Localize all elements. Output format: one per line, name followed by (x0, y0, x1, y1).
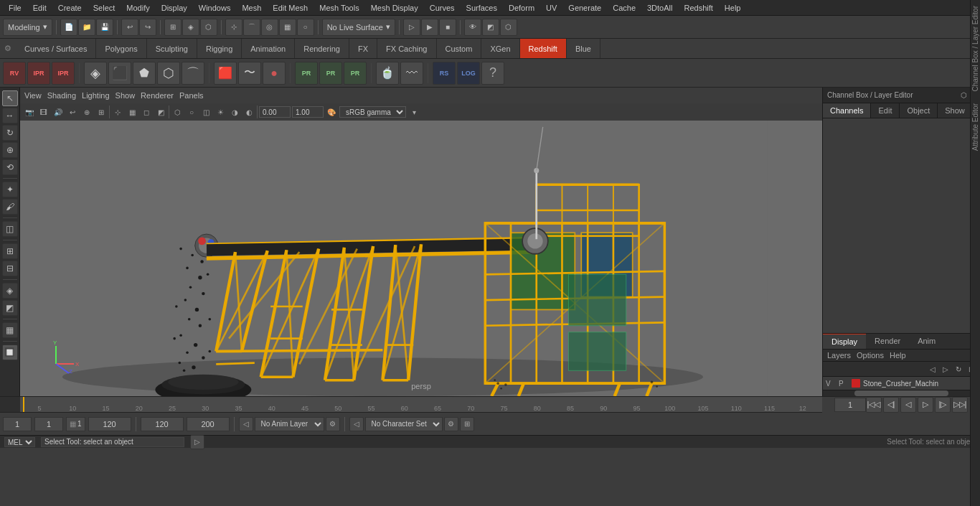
shelf-icon-pr2[interactable]: PR (319, 62, 342, 85)
xray-btn[interactable]: ◈ (2, 283, 18, 299)
shelf-icon-shape5[interactable]: ⌒ (182, 62, 204, 85)
shelf-icon-shape1[interactable]: ◈ (84, 62, 107, 85)
menu-windows[interactable]: Windows (193, 2, 237, 14)
vp-wireframe-btn[interactable]: ⬡ (171, 106, 184, 118)
menu-curves[interactable]: Curves (424, 2, 461, 14)
vp-color-settings-btn[interactable]: 🎨 (325, 106, 338, 118)
shelf-icon-bowl[interactable]: 🍵 (376, 62, 399, 85)
shelf-icon-curve[interactable]: 〜 (238, 62, 261, 85)
channel-box-layer-editor-label[interactable]: Channel Box / Layer Editor (971, 0, 979, 98)
gamma-input[interactable] (259, 106, 291, 118)
anim-layer-dropdown[interactable]: No Anim Layer (255, 417, 324, 431)
vp-colorspace-arrow-btn[interactable]: ▾ (407, 106, 420, 118)
channel-box-float-btn[interactable]: ⬡ (961, 91, 967, 99)
align-btn[interactable]: ⊟ (2, 261, 18, 276)
menu-generate[interactable]: Generate (562, 2, 607, 14)
layers-menu-help[interactable]: Help (890, 351, 906, 360)
snap-grid-btn[interactable]: ⊹ (225, 19, 242, 36)
render-tab[interactable]: Render (866, 334, 909, 349)
shelf-icon-sphere[interactable]: ● (263, 62, 286, 85)
jump-start-btn[interactable]: |◁◁ (866, 397, 882, 413)
step-fwd-btn[interactable]: |▷ (935, 397, 951, 413)
select-by-hierarchy-btn[interactable]: ⊞ (164, 19, 182, 36)
shelf-tab-custom[interactable]: Custom (437, 39, 482, 58)
vp-audio-btn[interactable]: 🔊 (52, 106, 65, 118)
status-input[interactable] (41, 437, 184, 447)
menu-display[interactable]: Display (156, 2, 193, 14)
ipr-btn[interactable]: ▶ (421, 19, 438, 36)
char-set-arrow-left[interactable]: ◁ (349, 417, 364, 431)
edit-tab[interactable]: Edit (871, 103, 900, 118)
display-tab[interactable]: Display (823, 334, 866, 349)
shelf-tab-rendering[interactable]: Rendering (295, 39, 349, 58)
new-scene-btn[interactable]: 📄 (60, 19, 77, 36)
range-end-input[interactable] (187, 417, 230, 431)
make-live-btn[interactable]: ○ (297, 19, 314, 36)
frame-field-2[interactable] (34, 417, 63, 431)
frame-end-input[interactable] (88, 417, 131, 431)
shelf-icon-ipr2[interactable]: IPR (52, 62, 75, 85)
vp-light-btn[interactable]: ☀ (214, 106, 227, 118)
undo-btn[interactable]: ↩ (121, 19, 138, 36)
no-live-surface-dropdown[interactable]: No Live Surface ▾ (322, 19, 395, 36)
shelf-icon-cube[interactable]: 🟥 (214, 62, 237, 85)
char-set-dropdown[interactable]: No Character Set (365, 417, 443, 431)
menu-surfaces[interactable]: Surfaces (461, 2, 503, 14)
shelf-icon-rv[interactable]: RV (3, 62, 26, 85)
universal-manip-btn[interactable]: ⟲ (2, 159, 18, 175)
menu-file[interactable]: File (3, 2, 27, 14)
render-region-btn[interactable]: ▦ (2, 322, 18, 338)
viewport[interactable]: View Shading Lighting Show Renderer Pane… (20, 88, 822, 396)
shelf-icon-wave[interactable]: 〰 (400, 62, 423, 85)
shelf-icon-shape3[interactable]: ⬟ (133, 62, 156, 85)
show-tab[interactable]: Show (938, 103, 973, 118)
shelf-icon-shape4[interactable]: ⬡ (157, 62, 180, 85)
rotate-tool-btn[interactable]: ↻ (2, 125, 18, 141)
char-set-settings-btn[interactable]: ⚙ (444, 417, 458, 431)
h-scrollbar[interactable] (823, 390, 980, 396)
menu-uv[interactable]: UV (540, 2, 562, 14)
snap-point-btn[interactable]: ◎ (261, 19, 278, 36)
layer-nav-btn[interactable]: ▷ (940, 363, 951, 375)
snap-curve-btn[interactable]: ⌒ (243, 19, 260, 36)
viewport-menu-shading[interactable]: Shading (47, 91, 76, 100)
shelf-tab-rigging[interactable]: Rigging (197, 39, 242, 58)
step-back-btn[interactable]: ◁| (883, 397, 899, 413)
current-frame-input[interactable] (834, 398, 866, 412)
layer-visibility[interactable]: V (826, 380, 836, 388)
menu-3dtoall[interactable]: 3DtoAll (641, 2, 678, 14)
select-kind-btn[interactable]: ◈ (182, 19, 199, 36)
stop-render-btn[interactable]: ■ (439, 19, 456, 36)
scale-tool-btn[interactable]: ⊕ (2, 142, 18, 158)
select-tool-btn[interactable]: ↖ (2, 90, 18, 106)
shelf-tab-fx-caching[interactable]: FX Caching (377, 39, 436, 58)
channels-tab[interactable]: Channels (823, 103, 871, 118)
vp-texture-btn[interactable]: ◫ (199, 106, 212, 118)
play-back-btn[interactable]: ◁ (900, 397, 916, 413)
shelf-tab-fx[interactable]: FX (349, 39, 377, 58)
layer-color-swatch[interactable] (852, 379, 860, 388)
menu-mesh[interactable]: Mesh (236, 2, 267, 14)
playhead[interactable] (23, 397, 24, 412)
shelf-icon-question[interactable]: ? (481, 62, 504, 85)
paint-btn[interactable]: 🖌 (2, 199, 18, 215)
shelf-icon-log[interactable]: LOG (457, 62, 480, 85)
menu-edit[interactable]: Edit (27, 2, 52, 14)
shelf-tab-animation[interactable]: Animation (242, 39, 295, 58)
viewport-menu-panels[interactable]: Panels (179, 91, 204, 100)
quick-layout-btn[interactable]: 🔲 (2, 345, 18, 360)
viewport-menu-view[interactable]: View (24, 91, 42, 100)
menu-mesh-display[interactable]: Mesh Display (365, 2, 424, 14)
move-tool-btn[interactable]: ↔ (2, 108, 18, 123)
soft-select-btn[interactable]: ✦ (2, 182, 18, 197)
shelf-tab-sculpting[interactable]: Sculpting (147, 39, 197, 58)
frame-slider-container[interactable]: ▦ 1 (66, 417, 85, 431)
layer-add-btn[interactable]: ◁ (927, 363, 938, 375)
range-start-input[interactable] (141, 417, 184, 431)
anim-layer-arrow-left[interactable]: ◁ (239, 417, 253, 431)
render-btn[interactable]: ▷ (403, 19, 420, 36)
vp-icon2[interactable]: ⊞ (95, 106, 108, 118)
shelf-tab-polygons[interactable]: Polygons (96, 39, 146, 58)
redo-btn[interactable]: ↪ (139, 19, 156, 36)
exposure-input[interactable] (292, 106, 324, 118)
